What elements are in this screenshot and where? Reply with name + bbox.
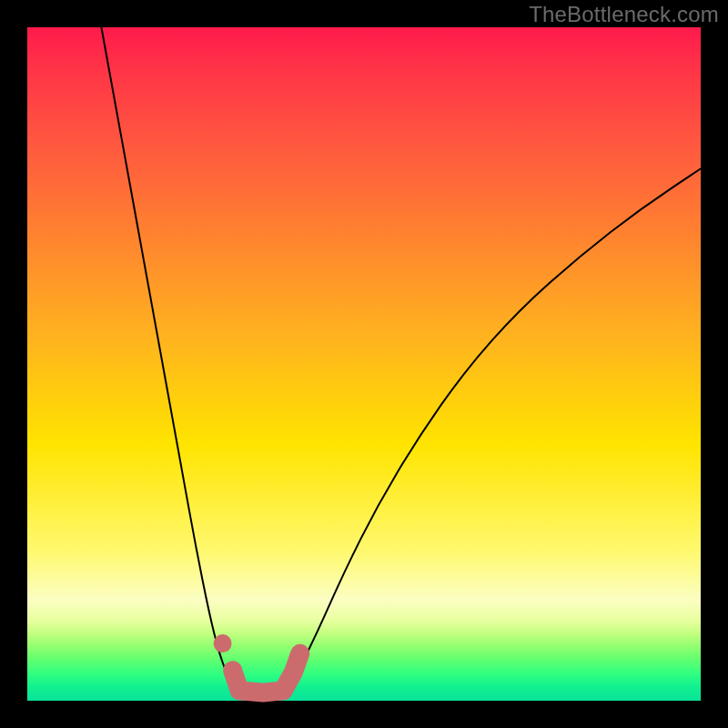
watermark-text: TheBottleneck.com bbox=[529, 2, 719, 27]
curve-right bbox=[283, 168, 701, 693]
highlight-trough-dot bbox=[214, 634, 232, 652]
highlight-trough-path bbox=[233, 653, 300, 693]
curve-left bbox=[101, 27, 239, 694]
chart-svg bbox=[27, 27, 701, 701]
chart-plot-area bbox=[27, 27, 701, 701]
